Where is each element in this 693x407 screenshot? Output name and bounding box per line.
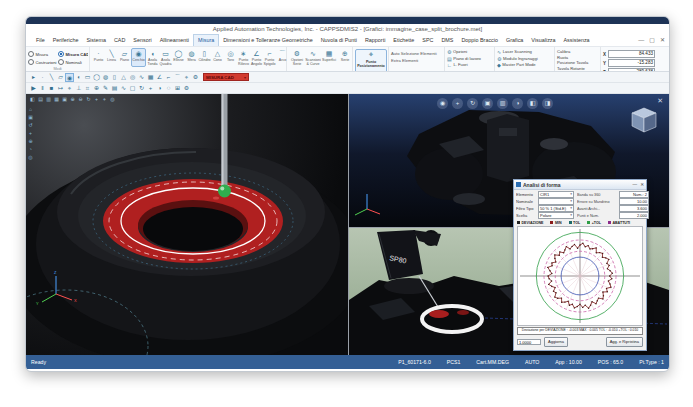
angle-point-icon[interactable]: ∠ <box>155 73 164 82</box>
menu-tab-visualizza[interactable]: Visualizza <box>527 35 559 46</box>
feature-button-piano[interactable]: ▱Piano <box>118 48 131 67</box>
rotate-view-icon[interactable]: ↺ <box>27 122 34 129</box>
menu-tab-sensori[interactable]: Sensori <box>129 35 155 46</box>
square-slot-feature-icon[interactable]: ▭ <box>83 73 92 82</box>
scan-button-serie[interactable]: ⊕Serie <box>337 48 353 66</box>
rotate-view-icon[interactable]: ↻ <box>137 84 146 93</box>
cube-view-icon[interactable]: ◨ <box>542 98 553 109</box>
surface-scan-icon[interactable]: ▦ <box>146 73 155 82</box>
feature-button-punto-spigolo[interactable]: ⌐Punto Spigolo <box>263 48 276 67</box>
menu-tab-misura[interactable]: Misura <box>193 34 219 46</box>
menu-tab-rapporti[interactable]: Rapporti <box>361 35 389 46</box>
feature-button-cono[interactable]: △Cono <box>211 48 224 67</box>
probe-manager-icon[interactable]: ⌖ <box>65 84 74 93</box>
zoom-icon[interactable]: ◉ <box>437 98 448 109</box>
field-dropdown-scelta[interactable]: Polare▾ <box>538 212 574 220</box>
menu-tab-etichette[interactable]: Etichette <box>389 35 418 46</box>
zoom-out-icon[interactable]: ⊖ <box>77 95 84 103</box>
home-view-icon[interactable]: ⌂ <box>27 106 34 113</box>
menu-tab-spc[interactable]: SPC <box>418 35 437 46</box>
graph-view-icon[interactable]: ∿ <box>119 84 128 93</box>
shade-icon[interactable]: ◑ <box>512 98 523 109</box>
dialog-title-bar[interactable]: Analisi di forma — ✕ <box>514 180 646 190</box>
edge-point-icon[interactable]: ⌐ <box>164 73 173 82</box>
rotate-view-icon[interactable]: ↻ <box>85 95 92 103</box>
cone-feature-icon[interactable]: △ <box>119 73 128 82</box>
menu-tab-dimensioni-e-tolleranze-geometriche[interactable]: Dimensioni e Tolleranze Geometriche <box>219 35 317 46</box>
fit-view-icon[interactable]: ▣ <box>27 114 34 121</box>
zoom-in-icon[interactable]: ⊕ <box>69 95 76 103</box>
option-l-fuori[interactable]: ∟L. Fuori <box>447 62 492 69</box>
menu-tab-cad[interactable]: CAD <box>110 35 129 46</box>
machine-connect-icon[interactable]: ⊥ <box>74 84 83 93</box>
plane-feature-icon[interactable]: ▱ <box>56 73 65 82</box>
shaded-mode-icon[interactable]: ◑ <box>155 84 164 93</box>
rotate-icon[interactable]: ↻ <box>467 98 478 109</box>
program-pause-icon[interactable]: ‖ <box>38 84 47 93</box>
positioning-point-button[interactable]: ⌖ Punto Posizionamento <box>355 49 387 72</box>
menu-tab-file[interactable]: File <box>32 35 49 46</box>
line-feature-icon[interactable]: ╲ <box>47 73 56 82</box>
scan-button-superfici[interactable]: ▦Superfici <box>321 48 337 66</box>
mode-radio-nominali[interactable]: Nominali <box>58 58 88 66</box>
link-auto-selezione-elementi[interactable]: Auto Selezione Elementi <box>391 50 442 57</box>
zoom-view-icon[interactable]: ⊕ <box>27 138 34 145</box>
main-3d-viewport[interactable]: ◧▤▥▦▣⊕⊖↻+⌖◎ ⌂▣↺+⊕◔◎ <box>26 94 348 355</box>
menu-tab-dms[interactable]: DMS <box>437 35 457 46</box>
probe-position-icon[interactable]: ⌖ <box>182 73 191 82</box>
mode-radio-misura-cad[interactable]: Misura CAD <box>58 50 88 58</box>
menu-tab-allineamenti[interactable]: Allineamenti <box>156 35 193 46</box>
view-top-icon[interactable]: ▤ <box>37 95 44 103</box>
probe-display-icon[interactable]: ⌖ <box>101 95 108 103</box>
front-view-icon[interactable]: ▥ <box>497 98 508 109</box>
annotate-icon[interactable]: ✎ <box>101 84 110 93</box>
pan-view-icon[interactable]: + <box>146 84 155 93</box>
module-master-part-mode[interactable]: ◆Master Part Mode <box>497 62 552 69</box>
menu-tab-assistenza[interactable]: Assistenza <box>560 35 594 46</box>
origin-set-icon[interactable]: ⊕ <box>92 84 101 93</box>
cad-display-icon[interactable]: ◎ <box>109 95 116 103</box>
update-restore-button[interactable]: Agg. e Ripristina <box>606 337 643 347</box>
scan-button-scansioni-curve[interactable]: ∿Scansioni & Curve <box>305 48 321 66</box>
viewport-close-icon[interactable]: ✕ <box>657 97 663 105</box>
iso-view-icon[interactable]: ◧ <box>527 98 538 109</box>
pan-view-icon[interactable]: + <box>93 95 100 103</box>
close-button[interactable]: ✕ <box>660 34 665 46</box>
dialog-scale-input[interactable] <box>517 339 541 345</box>
grid-toggle-icon[interactable]: ⊞ <box>173 84 182 93</box>
select-cursor-icon[interactable]: ▸ <box>29 73 38 82</box>
pan-view-icon[interactable]: + <box>27 130 34 137</box>
arc-feature-icon[interactable]: ⌒ <box>173 73 182 82</box>
round-slot-feature-icon[interactable]: ◖ <box>74 73 83 82</box>
feature-button-toro[interactable]: ◎Toro <box>224 48 237 67</box>
scan-button-opzioni-serie[interactable]: ⚙Opzioni Serie <box>289 48 305 66</box>
measure-mode-dropdown[interactable]: MISURA CAD ▾ <box>203 73 249 81</box>
feature-button-ellisse[interactable]: ◯Ellisse <box>172 48 185 67</box>
feature-button-asola-quadra[interactable]: ▭Asola Quadra <box>159 48 172 67</box>
form-analysis-dialog[interactable]: Analisi di forma — ✕ ElementoCIR1▾Banda … <box>513 179 647 351</box>
pan-icon[interactable]: + <box>452 98 463 109</box>
link-extra-elementi[interactable]: Extra Elementi <box>391 57 442 64</box>
feature-button-punto-rilievo[interactable]: ∗Punto Rilievo <box>237 48 250 67</box>
point-feature-icon[interactable]: · <box>38 73 47 82</box>
target-view-icon[interactable]: ◎ <box>27 154 34 161</box>
menu-tab-nuvola-di-punti[interactable]: Nuvola di Punti <box>317 35 361 46</box>
table-command-tavola-rotante[interactable]: Tavola Rotante <box>557 66 598 72</box>
maximize-button[interactable]: ▢ <box>649 34 655 46</box>
menu-tab-periferiche[interactable]: Periferiche <box>49 35 83 46</box>
feature-button-punto[interactable]: ·Punto <box>92 48 105 67</box>
feature-button-linea[interactable]: ╲Linea <box>105 48 118 67</box>
cylinder-feature-icon[interactable]: ▯ <box>110 73 119 82</box>
dialog-close-button[interactable]: ✕ <box>640 182 644 187</box>
settings-icon[interactable]: ⚙ <box>182 84 191 93</box>
minimize-button[interactable]: — <box>638 34 644 46</box>
feature-button-cilindro[interactable]: ▯Cilindro <box>198 48 211 67</box>
zoom-window-icon[interactable]: ▢ <box>128 84 137 93</box>
program-stop-icon[interactable]: ■ <box>47 84 56 93</box>
feature-button-sfera[interactable]: ◍Sfera <box>185 48 198 67</box>
section-view-icon[interactable]: ◔ <box>27 146 34 153</box>
measure-options-icon[interactable]: ⚙ <box>191 73 200 82</box>
wireframe-mode-icon[interactable]: ◌ <box>164 84 173 93</box>
torus-feature-icon[interactable]: ◎ <box>128 73 137 82</box>
circle-feature-icon[interactable]: ◉ <box>65 73 74 82</box>
